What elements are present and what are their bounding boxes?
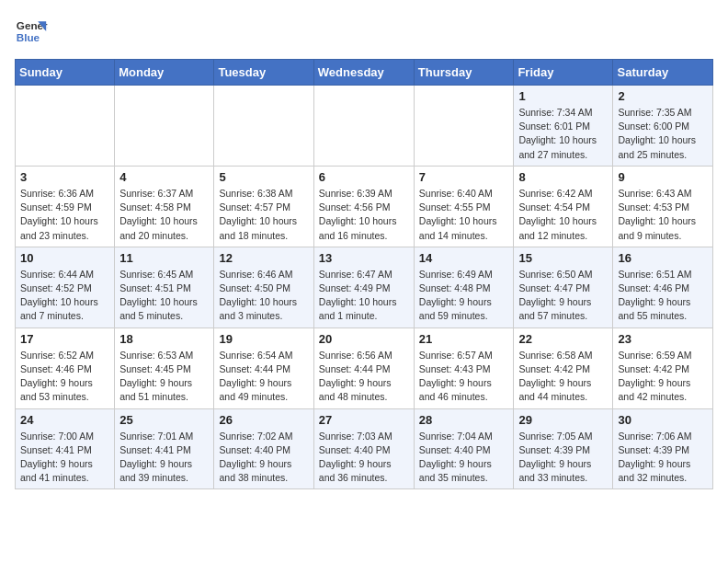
day-info: Sunrise: 6:52 AM Sunset: 4:46 PM Dayligh… xyxy=(20,349,109,405)
day-info: Sunrise: 6:39 AM Sunset: 4:56 PM Dayligh… xyxy=(319,187,409,243)
day-number: 28 xyxy=(419,413,509,427)
weekday-header-saturday: Saturday xyxy=(613,60,713,86)
day-number: 30 xyxy=(618,413,708,427)
calendar-cell: 20Sunrise: 6:56 AM Sunset: 4:44 PM Dayli… xyxy=(313,327,414,408)
day-info: Sunrise: 6:37 AM Sunset: 4:58 PM Dayligh… xyxy=(119,187,209,243)
day-info: Sunrise: 6:58 AM Sunset: 4:42 PM Dayligh… xyxy=(518,349,608,405)
calendar-cell: 11Sunrise: 6:45 AM Sunset: 4:51 PM Dayli… xyxy=(115,247,214,327)
calendar-cell: 17Sunrise: 6:52 AM Sunset: 4:46 PM Dayli… xyxy=(16,327,115,408)
day-info: Sunrise: 6:53 AM Sunset: 4:45 PM Dayligh… xyxy=(119,349,209,405)
calendar-cell: 1Sunrise: 7:34 AM Sunset: 6:01 PM Daylig… xyxy=(514,86,613,167)
day-number: 22 xyxy=(518,332,608,346)
calendar-cell: 29Sunrise: 7:05 AM Sunset: 4:39 PM Dayli… xyxy=(514,408,613,489)
svg-text:Blue: Blue xyxy=(17,31,40,43)
weekday-header-thursday: Thursday xyxy=(414,60,514,86)
calendar-week-5: 24Sunrise: 7:00 AM Sunset: 4:41 PM Dayli… xyxy=(16,408,713,489)
day-number: 16 xyxy=(618,251,708,265)
day-number: 19 xyxy=(219,332,308,346)
logo: General Blue xyxy=(15,15,48,48)
calendar-cell: 26Sunrise: 7:02 AM Sunset: 4:40 PM Dayli… xyxy=(214,408,313,489)
day-info: Sunrise: 7:02 AM Sunset: 4:40 PM Dayligh… xyxy=(219,430,308,486)
day-number: 1 xyxy=(518,89,608,103)
day-number: 2 xyxy=(618,89,708,103)
day-info: Sunrise: 6:43 AM Sunset: 4:53 PM Dayligh… xyxy=(618,187,708,243)
weekday-row: SundayMondayTuesdayWednesdayThursdayFrid… xyxy=(16,60,713,86)
calendar-cell: 12Sunrise: 6:46 AM Sunset: 4:50 PM Dayli… xyxy=(214,247,313,327)
day-info: Sunrise: 6:36 AM Sunset: 4:59 PM Dayligh… xyxy=(20,187,109,243)
day-number: 14 xyxy=(419,251,509,265)
calendar-cell: 15Sunrise: 6:50 AM Sunset: 4:47 PM Dayli… xyxy=(514,247,613,327)
calendar-cell: 21Sunrise: 6:57 AM Sunset: 4:43 PM Dayli… xyxy=(414,327,514,408)
day-info: Sunrise: 6:42 AM Sunset: 4:54 PM Dayligh… xyxy=(518,187,608,243)
day-info: Sunrise: 7:34 AM Sunset: 6:01 PM Dayligh… xyxy=(518,106,608,162)
calendar-week-2: 3Sunrise: 6:36 AM Sunset: 4:59 PM Daylig… xyxy=(16,166,713,247)
day-number: 6 xyxy=(319,170,409,184)
day-info: Sunrise: 6:50 AM Sunset: 4:47 PM Dayligh… xyxy=(518,268,608,324)
day-info: Sunrise: 6:47 AM Sunset: 4:49 PM Dayligh… xyxy=(319,268,409,324)
day-number: 26 xyxy=(219,413,308,427)
day-number: 5 xyxy=(219,170,308,184)
day-info: Sunrise: 7:35 AM Sunset: 6:00 PM Dayligh… xyxy=(618,106,708,162)
calendar-header: SundayMondayTuesdayWednesdayThursdayFrid… xyxy=(16,60,713,86)
calendar-cell: 18Sunrise: 6:53 AM Sunset: 4:45 PM Dayli… xyxy=(115,327,214,408)
day-number: 13 xyxy=(319,251,409,265)
day-info: Sunrise: 7:00 AM Sunset: 4:41 PM Dayligh… xyxy=(20,430,109,486)
calendar-cell: 2Sunrise: 7:35 AM Sunset: 6:00 PM Daylig… xyxy=(613,86,713,167)
day-info: Sunrise: 6:46 AM Sunset: 4:50 PM Dayligh… xyxy=(219,268,308,324)
day-info: Sunrise: 6:51 AM Sunset: 4:46 PM Dayligh… xyxy=(618,268,708,324)
day-number: 15 xyxy=(518,251,608,265)
day-number: 17 xyxy=(20,332,109,346)
day-info: Sunrise: 6:40 AM Sunset: 4:55 PM Dayligh… xyxy=(419,187,509,243)
day-info: Sunrise: 7:01 AM Sunset: 4:41 PM Dayligh… xyxy=(119,430,209,486)
calendar-cell: 22Sunrise: 6:58 AM Sunset: 4:42 PM Dayli… xyxy=(514,327,613,408)
day-number: 11 xyxy=(119,251,209,265)
day-info: Sunrise: 7:06 AM Sunset: 4:39 PM Dayligh… xyxy=(618,430,708,486)
weekday-header-friday: Friday xyxy=(514,60,613,86)
calendar-cell xyxy=(414,86,514,167)
day-info: Sunrise: 7:04 AM Sunset: 4:40 PM Dayligh… xyxy=(419,430,509,486)
day-number: 18 xyxy=(119,332,209,346)
calendar-cell xyxy=(313,86,414,167)
calendar-table: SundayMondayTuesdayWednesdayThursdayFrid… xyxy=(15,59,713,489)
day-number: 25 xyxy=(119,413,209,427)
calendar-cell: 16Sunrise: 6:51 AM Sunset: 4:46 PM Dayli… xyxy=(613,247,713,327)
page-header: General Blue xyxy=(15,15,713,48)
calendar-body: 1Sunrise: 7:34 AM Sunset: 6:01 PM Daylig… xyxy=(16,86,713,489)
calendar-week-1: 1Sunrise: 7:34 AM Sunset: 6:01 PM Daylig… xyxy=(16,86,713,167)
weekday-header-sunday: Sunday xyxy=(16,60,115,86)
calendar-cell: 19Sunrise: 6:54 AM Sunset: 4:44 PM Dayli… xyxy=(214,327,313,408)
weekday-header-wednesday: Wednesday xyxy=(313,60,414,86)
day-number: 9 xyxy=(618,170,708,184)
calendar-cell: 8Sunrise: 6:42 AM Sunset: 4:54 PM Daylig… xyxy=(514,166,613,247)
day-number: 7 xyxy=(419,170,509,184)
calendar-cell: 5Sunrise: 6:38 AM Sunset: 4:57 PM Daylig… xyxy=(214,166,313,247)
day-info: Sunrise: 7:05 AM Sunset: 4:39 PM Dayligh… xyxy=(518,430,608,486)
calendar-cell: 4Sunrise: 6:37 AM Sunset: 4:58 PM Daylig… xyxy=(115,166,214,247)
day-info: Sunrise: 6:57 AM Sunset: 4:43 PM Dayligh… xyxy=(419,349,509,405)
day-number: 21 xyxy=(419,332,509,346)
day-number: 27 xyxy=(319,413,409,427)
calendar-cell: 25Sunrise: 7:01 AM Sunset: 4:41 PM Dayli… xyxy=(115,408,214,489)
calendar-cell: 28Sunrise: 7:04 AM Sunset: 4:40 PM Dayli… xyxy=(414,408,514,489)
calendar-cell xyxy=(16,86,115,167)
day-info: Sunrise: 6:38 AM Sunset: 4:57 PM Dayligh… xyxy=(219,187,308,243)
calendar-cell: 30Sunrise: 7:06 AM Sunset: 4:39 PM Dayli… xyxy=(613,408,713,489)
day-number: 4 xyxy=(119,170,209,184)
calendar-cell: 9Sunrise: 6:43 AM Sunset: 4:53 PM Daylig… xyxy=(613,166,713,247)
day-info: Sunrise: 6:45 AM Sunset: 4:51 PM Dayligh… xyxy=(119,268,209,324)
calendar-cell: 14Sunrise: 6:49 AM Sunset: 4:48 PM Dayli… xyxy=(414,247,514,327)
day-number: 29 xyxy=(518,413,608,427)
day-number: 23 xyxy=(618,332,708,346)
calendar-cell xyxy=(214,86,313,167)
day-number: 10 xyxy=(20,251,109,265)
calendar-cell: 3Sunrise: 6:36 AM Sunset: 4:59 PM Daylig… xyxy=(16,166,115,247)
calendar-week-4: 17Sunrise: 6:52 AM Sunset: 4:46 PM Dayli… xyxy=(16,327,713,408)
day-number: 3 xyxy=(20,170,109,184)
day-info: Sunrise: 6:54 AM Sunset: 4:44 PM Dayligh… xyxy=(219,349,308,405)
day-number: 8 xyxy=(518,170,608,184)
day-number: 24 xyxy=(20,413,109,427)
calendar-cell: 6Sunrise: 6:39 AM Sunset: 4:56 PM Daylig… xyxy=(313,166,414,247)
calendar-cell: 27Sunrise: 7:03 AM Sunset: 4:40 PM Dayli… xyxy=(313,408,414,489)
day-info: Sunrise: 6:59 AM Sunset: 4:42 PM Dayligh… xyxy=(618,349,708,405)
day-info: Sunrise: 6:49 AM Sunset: 4:48 PM Dayligh… xyxy=(419,268,509,324)
